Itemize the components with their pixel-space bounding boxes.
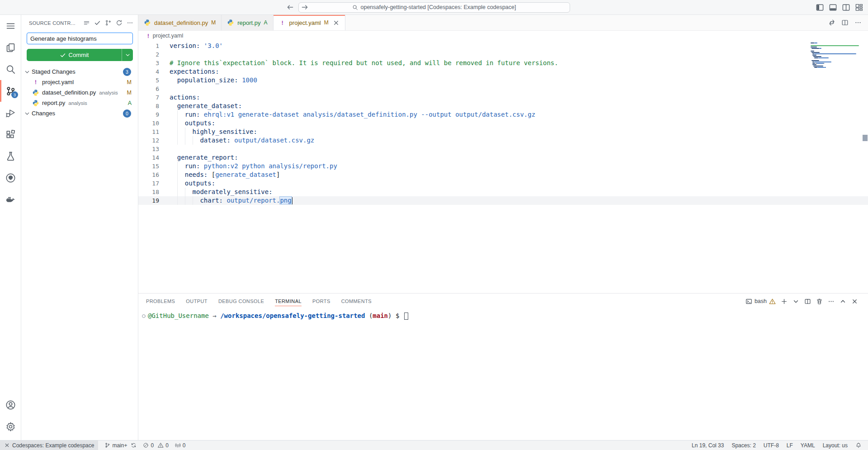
back-arrow-icon[interactable] (286, 3, 294, 11)
status-keyboard-layout[interactable]: Layout: us (823, 442, 848, 449)
branch-indicator[interactable]: main+ (104, 442, 137, 449)
ports-indicator[interactable]: 0 (175, 442, 186, 449)
breadcrumb[interactable]: ! project.yaml (138, 31, 868, 41)
forward-arrow-icon[interactable] (301, 3, 309, 11)
status-indentation[interactable]: Spaces: 2 (731, 442, 755, 449)
code-line-4[interactable]: 4expectations: (138, 67, 868, 76)
code-line-1[interactable]: 1version: '3.0' (138, 42, 868, 50)
activity-item-github[interactable] (0, 167, 21, 189)
launch-profile-icon[interactable] (793, 298, 799, 305)
code-line-10[interactable]: 10outputs: (138, 119, 868, 128)
status-language-mode[interactable]: YAML (801, 442, 815, 449)
open-changes-icon[interactable] (828, 19, 835, 26)
close-panel-icon[interactable] (851, 298, 858, 305)
minimap-line (814, 57, 818, 58)
sync-icon[interactable] (131, 442, 137, 448)
split-editor-icon[interactable] (841, 19, 849, 26)
changes-section[interactable]: Changes 0 (21, 108, 138, 118)
toggle-sidebar-icon[interactable] (816, 3, 824, 12)
panel-tab-comments[interactable]: COMMENTS (341, 294, 372, 309)
terminal-instance[interactable]: bash (745, 298, 776, 305)
code-line-9[interactable]: 9run: ehrql:v1 generate-dataset analysis… (138, 110, 868, 119)
git-status-letter: M (127, 90, 132, 96)
split-editor-layout-icon[interactable] (842, 3, 850, 12)
kill-terminal-icon[interactable] (816, 298, 823, 305)
code-line-6[interactable]: 6 (138, 85, 868, 93)
refresh-icon[interactable] (116, 19, 123, 26)
status-eol[interactable]: LF (787, 442, 793, 449)
activity-item-search[interactable] (0, 58, 21, 80)
remote-indicator[interactable]: Codespaces: Example codespace (0, 441, 98, 450)
problems-indicator[interactable]: 0 0 (143, 442, 168, 449)
code-line-17[interactable]: 17outputs: (138, 179, 868, 188)
panel-tab-terminal[interactable]: TERMINAL (275, 294, 302, 309)
terminal[interactable]: @GitHub_Username → /workspaces/opensafel… (138, 309, 868, 440)
code-line-2[interactable]: 2 (138, 50, 868, 59)
code-line-14[interactable]: 14generate_report: (138, 153, 868, 162)
activity-item-testing[interactable] (0, 145, 21, 167)
code-line-12[interactable]: 12dataset: output/dataset.csv.gz (138, 136, 868, 145)
code-line-19[interactable]: 19chart: output/report.png (138, 196, 868, 205)
activity-item-account[interactable] (0, 394, 21, 416)
git-status-letter: M (127, 79, 132, 85)
more-actions-icon[interactable] (127, 19, 133, 26)
commit-message-input[interactable] (27, 33, 133, 44)
staged-changes-section[interactable]: Staged Changes 3 (21, 66, 138, 77)
tab-report.py[interactable]: report.pyA (222, 15, 273, 30)
scm-file-row[interactable]: dataset_definition.pyanalysisM (21, 87, 138, 98)
activity-item-menu[interactable] (0, 15, 21, 37)
split-terminal-icon[interactable] (804, 298, 811, 305)
code-line-11[interactable]: 11highly_sensitive: (138, 128, 868, 136)
code-editor[interactable]: 1version: '3.0'23# Ignore this`expectati… (138, 41, 868, 293)
status-cursor-position[interactable]: Ln 19, Col 33 (692, 442, 724, 449)
panel-tab-output[interactable]: OUTPUT (186, 294, 208, 309)
commit-icon[interactable] (94, 19, 101, 26)
activity-item-explorer[interactable] (0, 37, 21, 58)
new-terminal-icon[interactable] (781, 298, 788, 305)
tab-dataset_definition.py[interactable]: dataset_definition.pyM (138, 15, 222, 30)
tab-project.yaml[interactable]: !project.yamlM (274, 15, 345, 30)
notifications-bell-icon[interactable] (855, 442, 862, 449)
code-line-18[interactable]: 18moderately_sensitive: (138, 188, 868, 196)
toggle-panel-icon[interactable] (829, 3, 837, 12)
code-line-16[interactable]: 16needs: [generate_dataset] (138, 171, 868, 179)
token: highly_sensitive: (193, 128, 257, 135)
commit-dropdown[interactable] (122, 49, 133, 61)
activity-item-docker[interactable] (0, 189, 21, 210)
line-text: population_size: 1000 (159, 76, 257, 85)
panel-tab-ports[interactable]: PORTS (312, 294, 330, 309)
view-and-sort-icon[interactable] (83, 19, 90, 26)
scm-file-row[interactable]: !project.yamlM (21, 77, 138, 87)
maximize-panel-icon[interactable] (840, 298, 846, 305)
customize-layout-icon[interactable] (855, 3, 863, 12)
more-actions-icon[interactable] (854, 19, 862, 26)
command-center[interactable]: opensafely-getting-started [Codespaces: … (298, 2, 570, 13)
token: moderately_sensitive: (193, 188, 273, 195)
code-line-15[interactable]: 15run: python:v2 python analysis/report.… (138, 162, 868, 171)
activity-item-settings[interactable] (0, 416, 21, 437)
commit-button[interactable]: Commit (27, 49, 133, 61)
activity-item-source-control[interactable]: 3 (0, 80, 21, 102)
line-text: outputs: (159, 119, 215, 128)
activity-item-extensions[interactable] (0, 123, 21, 145)
close-icon[interactable] (333, 19, 340, 26)
code-line-13[interactable]: 13 (138, 145, 868, 153)
code-line-8[interactable]: 8generate_dataset: (138, 102, 868, 110)
panel-tab-problems[interactable]: PROBLEMS (146, 294, 175, 309)
line-text: run: python:v2 python analysis/report.py (159, 162, 337, 171)
minimap-line (818, 57, 829, 58)
create-branch-icon[interactable] (105, 19, 112, 26)
activity-item-run-debug[interactable] (0, 102, 21, 123)
code-line-5[interactable]: 5population_size: 1000 (138, 76, 868, 85)
menu-icon (5, 21, 16, 31)
yaml-file-icon: ! (32, 79, 39, 86)
scm-file-row[interactable]: report.pyanalysisA (21, 98, 138, 108)
code-line-7[interactable]: 7actions: (138, 93, 868, 102)
line-number: 19 (138, 196, 159, 205)
more-actions-icon[interactable] (828, 298, 835, 305)
token: dataset: (200, 137, 230, 144)
panel-tab-debug-console[interactable]: DEBUG CONSOLE (218, 294, 264, 309)
code-line-3[interactable]: 3# Ignore this`expectation` block. It is… (138, 59, 868, 67)
status-encoding[interactable]: UTF-8 (764, 442, 779, 449)
changes-count-badge: 0 (123, 109, 131, 118)
